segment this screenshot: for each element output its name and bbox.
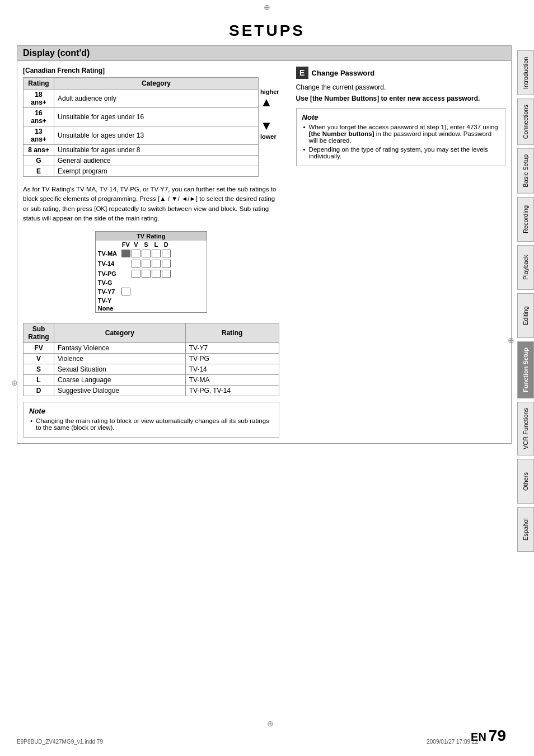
category-cell: Exempt program <box>54 166 259 177</box>
tv-grid-header-l: L <box>152 241 161 248</box>
tv-rating-box-title: TV Rating <box>96 232 207 241</box>
table-header-rating: Rating <box>24 78 54 90</box>
tv-grid-cell-tv14-l <box>152 260 161 267</box>
table-row: 18 ans+ Adult audience only <box>24 90 259 108</box>
rating-cell: 13 ans+ <box>24 126 54 145</box>
subrating-row-v: V Violence TV-PG <box>24 354 279 364</box>
tv-grid-row-tvy7: TV-Y7 <box>96 287 207 297</box>
sidebar-tab-basic-setup[interactable]: Basic Setup <box>517 148 534 194</box>
higher-label: higher <box>260 88 279 95</box>
arrow-up-icon: ▲ <box>260 96 273 109</box>
tv-grid-cell-tvpg-fv <box>121 270 130 278</box>
category-cell: Unsuitable for ages under 16 <box>54 108 259 126</box>
category-cell: Unsuitable for ages under 13 <box>54 126 259 145</box>
left-note-title: Note <box>29 407 273 415</box>
tv-grid-cell-tv14-d <box>162 260 171 267</box>
page-title: SETUPS <box>0 12 534 45</box>
change-password-header: E Change Password <box>296 67 505 79</box>
tv-grid-row-tvpg: TV-PG <box>96 269 207 279</box>
tv-grid-row-tvy: TV-Y <box>96 297 207 304</box>
sidebar-tab-editing[interactable]: Editing <box>517 293 534 338</box>
tv-grid-label-tv14: TV-14 <box>96 260 121 267</box>
subrating-row-d: D Suggestive Dialogue TV-PG, TV-14 <box>24 386 279 396</box>
subrating-rating-l: TV-MA <box>185 375 279 386</box>
tv-grid-cell-tv14-s <box>142 260 151 267</box>
category-cell: General audience <box>54 156 259 166</box>
change-password-title: Change Password <box>312 69 375 77</box>
footer-file-info: E9P8BUD_ZV427MG9_v1.indd 79 <box>17 739 103 745</box>
sidebar-divider-7 <box>517 398 534 402</box>
subrating-header-sub: Sub Rating <box>24 323 54 343</box>
tv-grid-header-d: D <box>162 241 171 248</box>
sidebar-divider-9 <box>517 504 534 507</box>
subrating-rating-v: TV-PG <box>185 354 279 364</box>
sidebar-tab-vcr-functions[interactable]: VCR Functions <box>517 402 534 456</box>
change-password-body: Change the current password. Use [the Nu… <box>296 83 505 102</box>
table-row: 13 ans+ Unsuitable for ages under 13 <box>24 126 259 145</box>
tv-grid-cell-tvpg-s <box>142 270 151 278</box>
tv-grid-cell-tvma-s <box>142 250 151 257</box>
left-note-box: Note Changing the main rating to block o… <box>23 402 279 438</box>
subrating-category-v: Violence <box>54 354 186 364</box>
subrating-category-s: Sexual Situation <box>54 364 186 375</box>
tv-grid-row-tvg: TV-G <box>96 279 207 287</box>
tv-grid-cell-tvma-v <box>132 250 140 257</box>
tv-grid-label-tvy: TV-Y <box>96 297 121 304</box>
table-header-category: Category <box>54 78 259 90</box>
sidebar-tab-playback[interactable]: Playback <box>517 245 534 290</box>
right-note-bullet-2: Depending on the type of rating system, … <box>302 146 499 159</box>
sidebar-tab-espanol[interactable]: Español <box>517 507 534 552</box>
sidebar-tab-others[interactable]: Others <box>517 459 534 504</box>
right-note-bullet-1: When you forget the access password at s… <box>302 124 499 144</box>
lower-label: lower <box>260 133 277 140</box>
table-row: E Exempt program <box>24 166 259 177</box>
sidebar-divider-4 <box>517 242 534 245</box>
rating-cell: 16 ans+ <box>24 108 54 126</box>
table-row: G General audience <box>24 156 259 166</box>
right-note-box: Note When you forget the access password… <box>296 108 505 166</box>
sidebar-divider-3 <box>517 194 534 197</box>
section-body: [Canadian French Rating] Rating Category… <box>17 61 512 444</box>
change-pw-text1: Change the current password. <box>296 83 505 91</box>
table-row: 16 ans+ Unsuitable for ages under 16 <box>24 108 259 126</box>
subrating-row-fv: FV Fantasy Violence TV-Y7 <box>24 343 279 354</box>
subrating-category-d: Suggestive Dialogue <box>54 386 186 396</box>
tv-rating-container: TV Rating FV V S L D TV-MA <box>23 227 279 317</box>
sidebar-divider-6 <box>517 338 534 341</box>
sidebar-tab-recording[interactable]: Recording <box>517 197 534 242</box>
rating-cell: 8 ans+ <box>24 145 54 156</box>
rating-cell: G <box>24 156 54 166</box>
section-header: Display (cont'd) <box>17 45 512 61</box>
rating-table: Rating Category 18 ans+ Adult audience o… <box>23 77 259 177</box>
higher-lower-arrows: higher ▲ ▼ lower <box>259 77 279 140</box>
subrating-rating-d: TV-PG, TV-14 <box>185 386 279 396</box>
sub-cell-fv: FV <box>24 343 54 354</box>
left-column: [Canadian French Rating] Rating Category… <box>23 67 279 438</box>
tv-rating-box: TV Rating FV V S L D TV-MA <box>95 231 207 313</box>
description-text: As for TV Rating's TV-MA, TV-14, TV-PG, … <box>23 185 279 223</box>
subrating-header-rating: Rating <box>185 323 279 343</box>
subrating-table: Sub Rating Category Rating FV Fantasy Vi… <box>23 323 279 396</box>
tv-grid-label-tvma: TV-MA <box>96 250 121 257</box>
rating-cell: 18 ans+ <box>24 90 54 108</box>
reg-mark-right-mid: ⊕ <box>508 336 514 345</box>
sub-cell-l: L <box>24 375 54 386</box>
subrating-category-fv: Fantasy Violence <box>54 343 186 354</box>
tv-grid-cell-tvma-l <box>152 250 161 257</box>
subrating-header-category: Category <box>54 323 186 343</box>
category-cell: Unsuitable for ages under 8 <box>54 145 259 156</box>
reg-mark-left: ⊕ <box>11 378 18 387</box>
sidebar-divider-8 <box>517 456 534 459</box>
sidebar-tab-introduction[interactable]: Introduction <box>517 50 534 95</box>
tv-grid-cell-tv14-fv <box>121 260 130 267</box>
sidebar-tab-connections[interactable]: Connections <box>517 98 534 145</box>
tv-grid-header-v: V <box>132 241 140 248</box>
change-pw-text2-bold: Use [the Number Buttons] to enter new ac… <box>296 95 480 102</box>
main-content: Display (cont'd) [Canadian French Rating… <box>17 45 512 466</box>
sub-cell-s: S <box>24 364 54 375</box>
tv-grid-row-tvma: TV-MA <box>96 248 207 259</box>
tv-grid-cell-tvpg-v <box>132 270 140 278</box>
sidebar-tab-function-setup[interactable]: Function Setup <box>517 341 534 398</box>
subrating-row-l: L Coarse Language TV-MA <box>24 375 279 386</box>
right-note-title: Note <box>302 113 499 121</box>
